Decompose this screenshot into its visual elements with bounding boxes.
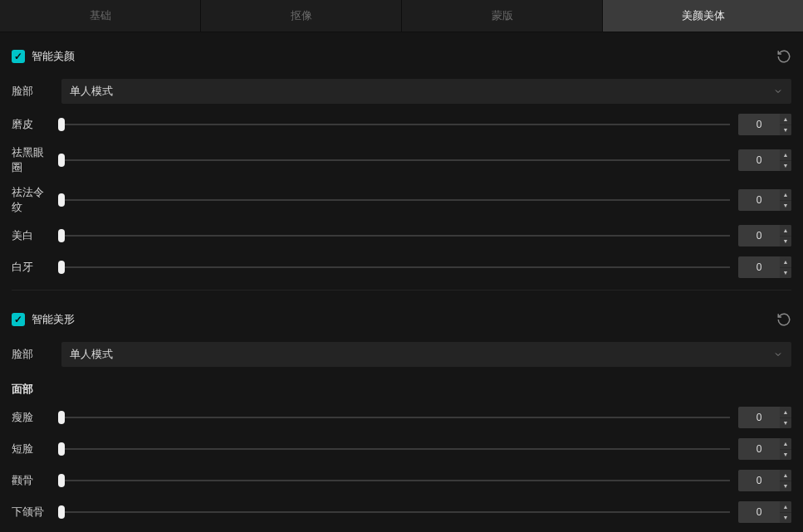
value-stepper[interactable]: 0▲▼ xyxy=(738,470,791,491)
slider-row: 美白0▲▼ xyxy=(12,220,791,251)
step-down-icon[interactable]: ▼ xyxy=(780,201,791,212)
subheader-face: 面部 xyxy=(12,372,791,402)
step-up-icon[interactable]: ▲ xyxy=(780,438,791,450)
value-stepper[interactable]: 0▲▼ xyxy=(738,149,791,171)
slider-row: 祛法令纹0▲▼ xyxy=(12,180,791,220)
step-down-icon[interactable]: ▼ xyxy=(780,237,791,247)
value-display: 0 xyxy=(738,438,780,460)
slider-thumb[interactable] xyxy=(58,229,65,242)
slider[interactable] xyxy=(61,116,730,133)
slider[interactable] xyxy=(61,504,730,520)
slider-thumb[interactable] xyxy=(58,474,65,487)
label-face: 脸部 xyxy=(12,84,53,99)
slider-label: 瘦脸 xyxy=(12,410,53,425)
slider-thumb[interactable] xyxy=(58,118,65,131)
step-down-icon[interactable]: ▼ xyxy=(780,268,791,279)
slider-row: 磨皮0▲▼ xyxy=(12,109,791,140)
tab-basic[interactable]: 基础 xyxy=(0,0,201,32)
value-stepper[interactable]: 0▲▼ xyxy=(738,438,791,460)
value-display: 0 xyxy=(738,470,780,491)
step-down-icon[interactable]: ▼ xyxy=(780,125,791,136)
slider-thumb[interactable] xyxy=(58,442,65,456)
value-stepper[interactable]: 0▲▼ xyxy=(738,501,791,523)
slider-thumb[interactable] xyxy=(58,411,65,424)
slider[interactable] xyxy=(61,227,730,244)
reset-icon[interactable] xyxy=(776,49,791,64)
step-up-icon[interactable]: ▲ xyxy=(780,149,791,161)
step-up-icon[interactable]: ▲ xyxy=(780,225,791,237)
panel-content: ✓ 智能美颜 脸部 单人模式 磨皮0▲▼祛黑眼圈0▲▼祛法令纹0▲▼美白0▲▼白… xyxy=(0,32,803,532)
value-display: 0 xyxy=(738,225,780,246)
slider[interactable] xyxy=(61,259,730,276)
slider-thumb[interactable] xyxy=(58,261,65,274)
step-up-icon[interactable]: ▲ xyxy=(780,501,791,513)
value-display: 0 xyxy=(738,189,780,211)
value-display: 0 xyxy=(738,501,780,523)
checkbox-shape[interactable]: ✓ xyxy=(12,313,25,326)
step-down-icon[interactable]: ▼ xyxy=(780,481,791,492)
slider[interactable] xyxy=(61,409,730,426)
slider-label: 颧骨 xyxy=(12,473,53,488)
section-header-beauty: ✓ 智能美颜 xyxy=(12,32,791,74)
value-stepper[interactable]: 0▲▼ xyxy=(738,189,791,211)
step-down-icon[interactable]: ▼ xyxy=(780,450,791,461)
slider[interactable] xyxy=(61,441,730,457)
slider-row: 下颌骨0▲▼ xyxy=(12,496,791,528)
slider-label: 祛黑眼圈 xyxy=(12,145,53,175)
chevron-down-icon xyxy=(773,349,783,359)
slider-label: 祛法令纹 xyxy=(12,185,53,215)
select-beauty-mode[interactable]: 单人模式 xyxy=(61,79,791,104)
checkbox-beauty[interactable]: ✓ xyxy=(12,50,25,63)
step-up-icon[interactable]: ▲ xyxy=(780,407,791,418)
slider-row: 颧骨0▲▼ xyxy=(12,465,791,496)
step-up-icon[interactable]: ▲ xyxy=(780,189,791,201)
slider-row: 白牙0▲▼ xyxy=(12,251,791,283)
value-stepper[interactable]: 0▲▼ xyxy=(738,256,791,278)
section-title-beauty: 智能美颜 xyxy=(32,49,75,64)
section-shape: ✓ 智能美形 脸部 单人模式 面部 瘦脸0▲▼短脸0▲▼颧骨0▲▼下颌骨0▲▼下… xyxy=(12,295,791,532)
tab-mask[interactable]: 蒙版 xyxy=(402,0,603,32)
value-display: 0 xyxy=(738,114,780,135)
slider-thumb[interactable] xyxy=(58,154,65,167)
section-beauty: ✓ 智能美颜 脸部 单人模式 磨皮0▲▼祛黑眼圈0▲▼祛法令纹0▲▼美白0▲▼白… xyxy=(12,32,791,290)
value-stepper[interactable]: 0▲▼ xyxy=(738,114,791,135)
row-beauty-mode: 脸部 单人模式 xyxy=(12,74,791,109)
tab-bar: 基础 抠像 蒙版 美颜美体 xyxy=(0,0,803,32)
select-value: 单人模式 xyxy=(70,347,113,362)
select-shape-mode[interactable]: 单人模式 xyxy=(61,342,791,367)
chevron-down-icon xyxy=(773,86,783,96)
slider-thumb[interactable] xyxy=(58,193,65,207)
slider[interactable] xyxy=(61,152,730,168)
label-face: 脸部 xyxy=(12,347,53,362)
value-stepper[interactable]: 0▲▼ xyxy=(738,407,791,428)
section-title-shape: 智能美形 xyxy=(32,312,75,327)
step-up-icon[interactable]: ▲ xyxy=(780,256,791,268)
reset-icon[interactable] xyxy=(776,312,791,327)
slider-label: 美白 xyxy=(12,228,53,243)
section-header-shape: ✓ 智能美形 xyxy=(12,295,791,337)
slider-label: 磨皮 xyxy=(12,117,53,132)
slider[interactable] xyxy=(61,192,730,208)
value-display: 0 xyxy=(738,407,780,428)
step-down-icon[interactable]: ▼ xyxy=(780,418,791,429)
slider-row: 短脸0▲▼ xyxy=(12,433,791,465)
value-display: 0 xyxy=(738,256,780,278)
slider-row: 祛黑眼圈0▲▼ xyxy=(12,140,791,180)
step-up-icon[interactable]: ▲ xyxy=(780,470,791,481)
slider-row: 下巴长短0▲▼ xyxy=(12,528,791,532)
tab-keying[interactable]: 抠像 xyxy=(201,0,402,32)
step-down-icon[interactable]: ▼ xyxy=(780,161,791,172)
value-stepper[interactable]: 0▲▼ xyxy=(738,225,791,246)
slider-thumb[interactable] xyxy=(58,505,65,519)
select-value: 单人模式 xyxy=(70,84,113,99)
slider[interactable] xyxy=(61,472,730,489)
value-display: 0 xyxy=(738,149,780,171)
slider-label: 下颌骨 xyxy=(12,505,53,520)
slider-row: 瘦脸0▲▼ xyxy=(12,402,791,433)
step-up-icon[interactable]: ▲ xyxy=(780,114,791,125)
slider-label: 白牙 xyxy=(12,260,53,275)
step-down-icon[interactable]: ▼ xyxy=(780,513,791,524)
slider-label: 短脸 xyxy=(12,442,53,456)
row-shape-mode: 脸部 单人模式 xyxy=(12,337,791,372)
tab-beauty[interactable]: 美颜美体 xyxy=(603,0,803,32)
